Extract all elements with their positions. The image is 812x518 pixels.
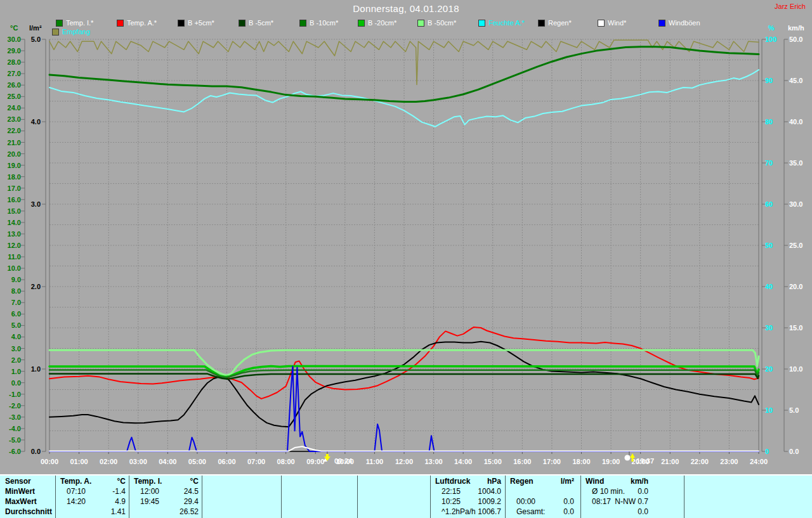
tick-label-temp: 17.0 (8, 185, 21, 192)
table-unit-regen: l/m² (536, 476, 574, 486)
tick-label-kmh: 20.0 (789, 283, 802, 290)
table-value-luftdruck: 1009.2 (444, 496, 501, 507)
tick-label-temp: -6.0 (9, 448, 21, 455)
x-tick-label: 00:00 (41, 458, 58, 465)
x-tick-label: 12:00 (395, 458, 413, 465)
tick-label-lm2: 5.0 (31, 36, 41, 43)
tick-label-temp: -2.0 (9, 402, 21, 410)
tick-label-kmh: 35.0 (789, 159, 802, 167)
tick-label-kmh: 15.0 (789, 324, 802, 332)
table-value-regen: 0.0 (517, 507, 574, 517)
table-column-separator (684, 476, 684, 518)
tick-label-kmh: 50.0 (789, 36, 802, 43)
x-tick-label: 21:00 (661, 458, 679, 465)
table-row-label-sensor: Sensor (5, 476, 31, 486)
table-row-label-durchschnitt: Durchschnitt (5, 507, 52, 517)
tick-label-pct: 40 (765, 283, 773, 290)
table-value-temp_a: -1.4 (69, 486, 126, 496)
tick-label-temp: 10.0 (8, 264, 21, 272)
tick-label-kmh: 40.0 (789, 118, 802, 126)
moon-icon (624, 455, 630, 461)
x-tick-label: 16:00 (513, 458, 531, 465)
tick-label-pct: 70 (765, 159, 773, 167)
tick-label-temp: 16.0 (8, 196, 21, 204)
tick-label-temp: 26.0 (8, 81, 21, 89)
statistics-table: SensorMinWertMaxWertDurchschnittTemp. A.… (0, 474, 812, 518)
tick-label-temp: -5.0 (9, 436, 21, 444)
tick-label-temp: 3.0 (11, 345, 21, 353)
table-column-separator (357, 476, 358, 518)
table-row-label-minwert: MinWert (5, 486, 35, 496)
x-tick-label: 01:00 (70, 458, 88, 465)
tick-label-kmh: 30.0 (789, 200, 802, 208)
tick-label-kmh: 45.0 (789, 77, 802, 84)
tick-label-temp: 13.0 (8, 230, 21, 238)
tick-label-temp: 20.0 (8, 150, 21, 158)
tick-label-temp: 12.0 (8, 242, 21, 249)
tick-label-pct: 30 (765, 324, 773, 332)
table-value-wind: 0.0 (591, 507, 648, 517)
tick-label-pct: 10 (765, 406, 773, 414)
tick-label-temp: 21.0 (8, 139, 21, 146)
x-tick-label: 22:00 (691, 458, 709, 465)
chart-canvas: -6.0-5.0-4.0-3.0-2.0-1.00.01.02.03.04.05… (0, 0, 812, 474)
table-value-wind: N-NW 0.7 (591, 496, 648, 507)
table-header-regen: Regen (510, 476, 534, 486)
x-tick-label: 05:00 (188, 458, 206, 465)
tick-label-lm2: 1.0 (31, 365, 41, 373)
tick-label-pct: 80 (765, 118, 773, 126)
tick-label-temp: 25.0 (8, 93, 21, 100)
tick-label-lm2: 4.0 (31, 118, 41, 126)
x-tick-label: 04:00 (159, 458, 176, 465)
tick-label-temp: 27.0 (8, 70, 21, 77)
x-tick-label: 06:00 (218, 458, 235, 465)
tick-label-temp: -1.0 (9, 391, 21, 398)
x-tick-label: 02:00 (100, 458, 117, 465)
tick-label-temp: 5.0 (11, 321, 21, 329)
x-tick-label: 17:00 (543, 458, 561, 465)
x-tick-label: 09:00 (306, 458, 324, 465)
tick-label-temp: 18.0 (8, 173, 21, 181)
tick-label-pct: 50 (765, 242, 773, 249)
table-value-luftdruck: 1006.7 (444, 507, 501, 517)
tick-label-temp: 22.0 (8, 127, 21, 134)
table-value-temp_a: 1.41 (69, 507, 126, 517)
table-value-temp_i: 26.52 (141, 507, 199, 517)
tick-label-temp: -4.0 (9, 425, 21, 432)
series-b-5cm-line (49, 374, 759, 379)
x-tick-label: 07:00 (247, 458, 265, 465)
x-tick-label: 15:00 (484, 458, 502, 465)
tick-label-pct: 100 (765, 36, 776, 43)
y-axis-pct: 0102030405060708090100 (762, 36, 776, 455)
table-column-separator (202, 476, 202, 518)
tick-label-temp: 6.0 (11, 310, 21, 318)
x-tick-label: 13:00 (425, 458, 443, 465)
sun-marker-09-24: 09:24 (323, 451, 353, 465)
tick-label-lm2: 2.0 (31, 283, 41, 290)
tick-label-lm2: 0.0 (31, 448, 41, 455)
tick-label-temp: 7.0 (11, 299, 21, 306)
table-column-separator (580, 476, 581, 518)
tick-label-pct: 60 (765, 200, 773, 208)
tick-label-temp: 30.0 (8, 36, 21, 43)
x-tick-label: 14:00 (454, 458, 472, 465)
tick-label-pct: 20 (765, 365, 773, 373)
table-unit-wind: km/h (610, 476, 648, 486)
table-header-temp_i: Temp. I. (134, 476, 162, 486)
table-column-separator (129, 476, 129, 518)
tick-label-temp: 15.0 (8, 207, 21, 215)
tick-label-temp: 24.0 (8, 104, 21, 112)
tick-label-kmh: 5.0 (789, 406, 799, 414)
table-unit-temp_i: °C (160, 476, 199, 486)
table-row-label-maxwert: MaxWert (5, 496, 37, 507)
x-tick-label: 03:00 (129, 458, 147, 465)
sun-marker-label: 09:24 (334, 457, 353, 465)
y-axis-temp: -6.0-5.0-4.0-3.0-2.0-1.00.01.02.03.04.05… (8, 36, 25, 455)
x-tick-label: 08:00 (277, 458, 295, 465)
x-axis: 00:0001:0002:0003:0004:0005:0006:0007:00… (41, 451, 768, 465)
tick-label-temp: 29.0 (8, 47, 21, 55)
table-value-temp_a: 4.9 (69, 496, 126, 507)
tick-label-kmh: 25.0 (789, 242, 802, 249)
x-tick-label: 18:00 (572, 458, 590, 465)
x-tick-label: 23:00 (720, 458, 738, 465)
